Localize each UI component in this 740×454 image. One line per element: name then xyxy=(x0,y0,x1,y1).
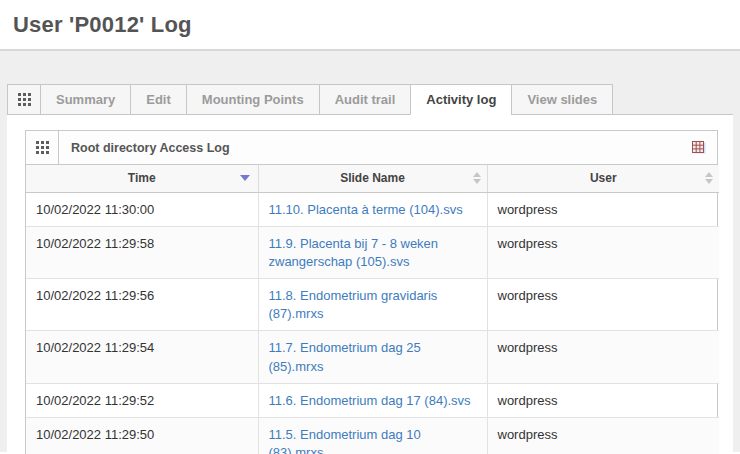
table-body: 10/02/2022 11:30:00 11.10. Placenta à te… xyxy=(26,192,719,454)
user-cell: wordpress xyxy=(487,383,719,417)
time-cell: 10/02/2022 11:29:50 xyxy=(26,418,258,454)
time-cell: 10/02/2022 11:29:56 xyxy=(26,279,258,331)
table-title-bar: Root directory Access Log xyxy=(26,131,717,165)
tab-view-slides[interactable]: View slides xyxy=(511,84,613,115)
slide-link[interactable]: 11.7. Endometrium dag 25 (85).mrxs xyxy=(269,340,421,373)
slide-cell: 11.5. Endometrium dag 10 (83).mrxs xyxy=(258,418,487,454)
time-cell: 10/02/2022 11:29:58 xyxy=(26,226,258,278)
tab-audit-trail[interactable]: Audit trail xyxy=(319,84,412,115)
grid-menu-icon xyxy=(36,141,49,154)
table-grid-menu-button[interactable] xyxy=(26,131,59,164)
screen: User 'P0012' Log SummaryEditMounting Poi… xyxy=(0,0,740,454)
table-view-button[interactable] xyxy=(691,141,707,155)
slide-link[interactable]: 11.10. Placenta à terme (104).svs xyxy=(269,202,463,217)
access-log-grid: Time Slide Name User 10/02/2022 11:30:00… xyxy=(26,165,719,454)
sort-toggle-icon xyxy=(705,172,713,184)
column-header-user[interactable]: User xyxy=(487,165,719,192)
tab-content-panel: Root directory Access Log xyxy=(7,114,733,454)
table-row: 10/02/2022 11:29:52 11.6. Endometrium da… xyxy=(26,383,719,417)
user-cell: wordpress xyxy=(487,279,719,331)
tab-mounting-points[interactable]: Mounting Points xyxy=(186,84,320,115)
column-header-slide-name[interactable]: Slide Name xyxy=(258,165,487,192)
table-row: 10/02/2022 11:29:58 11.9. Placenta bij 7… xyxy=(26,226,719,278)
slide-link[interactable]: 11.5. Endometrium dag 10 (83).mrxs xyxy=(269,427,421,454)
user-cell: wordpress xyxy=(487,418,719,454)
page-title: User 'P0012' Log xyxy=(0,12,192,38)
slide-cell: 11.10. Placenta à terme (104).svs xyxy=(258,192,487,226)
user-cell: wordpress xyxy=(487,226,719,278)
slide-cell: 11.8. Endometrium gravidaris (87).mrxs xyxy=(258,279,487,331)
time-cell: 10/02/2022 11:29:52 xyxy=(26,383,258,417)
slide-link[interactable]: 11.6. Endometrium dag 17 (84).svs xyxy=(269,393,471,408)
column-header-time[interactable]: Time xyxy=(26,165,258,192)
page-body: SummaryEditMounting PointsAudit trailAct… xyxy=(0,51,740,452)
tab-edit[interactable]: Edit xyxy=(130,84,187,115)
sort-desc-icon xyxy=(240,175,250,181)
tab-activity-log[interactable]: Activity log xyxy=(410,84,512,115)
slide-link[interactable]: 11.9. Placenta bij 7 - 8 weken zwangersc… xyxy=(269,236,439,269)
grid-menu-button[interactable] xyxy=(7,84,41,115)
table-icon xyxy=(691,141,707,155)
slide-cell: 11.9. Placenta bij 7 - 8 weken zwangersc… xyxy=(258,226,487,278)
tab-bar: SummaryEditMounting PointsAudit trailAct… xyxy=(7,84,733,115)
table-row: 10/02/2022 11:30:00 11.10. Placenta à te… xyxy=(26,192,719,226)
time-cell: 10/02/2022 11:29:54 xyxy=(26,331,258,383)
slide-cell: 11.7. Endometrium dag 25 (85).mrxs xyxy=(258,331,487,383)
sort-toggle-icon xyxy=(473,172,481,184)
table-row: 10/02/2022 11:29:54 11.7. Endometrium da… xyxy=(26,331,719,383)
tab-summary[interactable]: Summary xyxy=(40,84,131,115)
grid-menu-icon xyxy=(18,93,31,106)
slide-link[interactable]: 11.8. Endometrium gravidaris (87).mrxs xyxy=(269,288,438,321)
slide-cell: 11.6. Endometrium dag 17 (84).svs xyxy=(258,383,487,417)
user-cell: wordpress xyxy=(487,192,719,226)
time-cell: 10/02/2022 11:30:00 xyxy=(26,192,258,226)
table-row: 10/02/2022 11:29:56 11.8. Endometrium gr… xyxy=(26,279,719,331)
page-header: User 'P0012' Log xyxy=(0,0,740,51)
table-head: Time Slide Name User xyxy=(26,165,719,192)
user-cell: wordpress xyxy=(487,331,719,383)
table-title: Root directory Access Log xyxy=(71,141,691,155)
table-row: 10/02/2022 11:29:50 11.5. Endometrium da… xyxy=(26,418,719,454)
access-log-table: Root directory Access Log xyxy=(25,130,718,454)
